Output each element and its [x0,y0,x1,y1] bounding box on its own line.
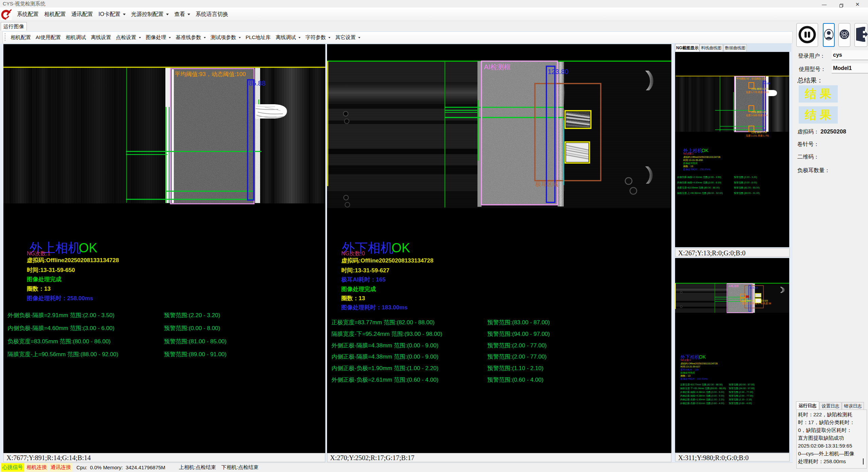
dropdown-arrow-icon [239,37,241,38]
preview-tab-ng[interactable]: NG截图显示 [675,44,700,52]
info-line: 图像处理耗时：258.00ms [27,295,93,302]
tool-item-offline-setting[interactable]: 离线设置 [88,34,113,41]
log-tabs: 运行日志 设置日志 错误日志 [796,401,867,410]
ng-count-mini: NG次数:0 [681,359,691,362]
toolbar-grip-icon[interactable] [5,33,5,42]
exit-icon [855,23,868,45]
pause-button[interactable] [796,23,818,47]
menu-bar: 系统配置 相机配置 通讯配置 IO卡配置 光源控制配置 查看 系统语言切换 [0,7,868,21]
menu-item-system-config[interactable]: 系统配置 [14,11,41,18]
info-line: 图像处理完成 [27,276,61,283]
tab-row: 运行图像 [0,21,868,31]
camera-result: OK [79,241,97,255]
tool-item-char-params[interactable]: 字符参数 [303,34,333,41]
info-line: 图像处理耗时：183.00ms [341,304,408,311]
preview-tab-data[interactable]: 数据曲线图 [724,44,747,52]
lower-camera-status: 下相机:点检结束 [221,464,258,471]
measurement-warn: 预警范围:(81.00 - 85.00) [164,338,227,345]
info-line-mini: 虚拟码:Offline20250208133134728 [683,156,720,159]
log-tab-run[interactable]: 运行日志 [796,401,819,410]
measurement-text: 隔膜宽度-下=95.24mm 范围:(93.00 - 98.00) [331,331,442,337]
defect-label: 凸包 面积:0.95 宽度:0.83 [742,299,768,302]
tool-item-camera-config[interactable]: 相机配置 [8,34,33,41]
measurement-warn: 预警范围:(2.20 - 3.20) [164,312,220,319]
camera-view-lower[interactable]: AI检测框 123.80 极耳区域 外下相机 OK NG次数:0 虚拟码:Off… [327,44,671,453]
info-line: 虚拟码:Offline20250208133134728 [26,257,119,264]
reel-number-row: 卷针号： [797,141,820,148]
measurement-text: 负极宽度=83.05mm 范围:(80.00 - 86.00) [7,338,111,345]
log-line: 时：17，缺陷分类耗时： [798,418,867,426]
preview-tab-lines[interactable]: 料线曲线图 [700,44,723,52]
exit-button[interactable] [854,23,867,47]
measurement-warn-mini: 预警范围:(94.00 - 97.00) [729,387,755,390]
defect-label: 宽度:1.221 高度:1.751 [746,134,769,137]
qr-code-label: 二维码： [797,154,819,160]
measurement-warn: 预警范围:(89.00 - 91.00) [164,351,227,358]
measurement-text-mini: 正极宽度=83.77mm 范围:(82.00 - 88.00) [680,383,723,386]
measurement-warn: 预警范围:(94.00 - 97.00) [487,331,550,337]
log-line: 处理耗时：258.00ms [798,457,867,465]
anode-region-noise [171,69,253,203]
text-caret [863,458,864,465]
menu-item-language-switch[interactable]: 系统语言切换 [193,11,231,18]
menu-item-view[interactable]: 查看 [171,11,193,18]
anode-region-noise [735,76,765,132]
menu-item-camera-config[interactable]: 相机配置 [41,11,69,18]
tool-item-ai-config[interactable]: AI使用配置 [33,34,63,41]
log-tab-settings[interactable]: 设置日志 [819,402,842,410]
tool-item-other-settings[interactable]: 其它设置 [333,34,363,41]
preview-ng-lower[interactable]: 凸包 面积:0.95 宽度:0.83 宽度:1.02 高度:0.76 亮度:38… [675,258,790,453]
login-user-field[interactable]: cys [832,50,868,60]
camera-upper-image [3,68,325,203]
measurement-text-mini: 隔膜宽度-上=90.56mm 范围:(88.00 - 92.00) [677,192,723,195]
menu-item-comm-config[interactable]: 通讯配置 [69,11,96,18]
tool-item-test-params[interactable]: 测试项参数 [208,34,243,41]
defect-label: 宽度:1.775 高度:1.801 [746,91,769,94]
dropdown-arrow-icon [139,37,141,38]
menu-item-light-config[interactable]: 光源控制配置 [128,11,171,18]
ai-region-noise [728,284,753,313]
cpu-memory-text: Cpu: 0.0% Memory: 3424.41796875M [76,465,165,470]
users-button[interactable] [838,23,850,47]
app-window: CYS-视觉检测系统 — ✕ 系统配置 相机配置 通讯配置 IO卡配置 光源控制… [0,0,868,472]
ng-count-text: NG次数:0 [341,251,365,256]
tool-item-image-process[interactable]: 图像处理 [143,34,173,41]
measurement-text: 外侧正极-负极=2.61mm 范围:(0.60 - 4.00) [331,377,438,383]
defect-label: 凸包 面积:1.35 [752,131,767,134]
tool-item-baseline-params[interactable]: 基准线参数 [173,34,208,41]
measurement-warn-mini: 预警范围:(89.00 - 91.00) [734,192,760,195]
tool-item-spot-check[interactable]: 点检设置 [113,34,143,41]
info-line-mini: 图像处理完成 [681,371,695,374]
preview-upper-statusbar: X:267;Y:13;R:0;G:0;B:0 [675,248,790,257]
menu-item-io-config[interactable]: IO卡配置 [96,11,128,18]
info-line: 圈数：13 [341,295,365,302]
model-field[interactable]: Model1 [832,63,868,73]
measurement-warn: 预警范围:(0.00 - 8.00) [164,325,220,331]
ng-count-mini: NG次数:1 [683,152,693,155]
measurement-text: 外侧正极-隔膜=4.38mm 范围:(0.00 - 9.00) [331,342,438,349]
camera-view-upper[interactable]: 平均阈值:93，动态阈值:100 85.88 外上相机 OK NG次数:1 虚拟… [3,44,325,453]
measurement-warn-mini: 预警范围:(2.20 - 3.20) [734,176,757,179]
measurement-warn-mini: 预警范围:(2.00 - 77.00) [729,391,753,394]
measurement-text: 内侧负极-隔膜=4.60mm 范围:(3.00 - 6.00) [7,325,114,331]
tool-item-offline-debug[interactable]: 离线调试 [273,34,303,41]
measurement-text-mini: 负极宽度=83.05mm 范围:(80.00 - 86.00) [677,186,720,189]
user-button[interactable] [823,23,835,47]
ai-box-label-mini: AI检测框 [728,285,739,288]
info-line: 图像处理完成 [341,286,376,292]
defect-label: 凸包 面积:1.57 [752,111,767,113]
preview-upper-image [675,76,789,132]
dropdown-arrow-icon [204,37,206,38]
log-line: 2025:02:08-13:31:59:65 [798,442,867,450]
virtual-code-value: 20250208 [820,128,846,135]
tab-run-image[interactable]: 运行图像 [1,22,27,31]
tool-item-plc-library[interactable]: PLC地址库 [243,34,273,41]
tool-item-camera-debug[interactable]: 相机调试 [63,34,88,41]
preview-ng-upper[interactable]: 平均阈值:93，动态阈值:100 85.88 凸包 面积:1.226 宽度:1.… [675,52,790,248]
tab-area-label: 极耳区域 [535,181,558,187]
log-tab-error[interactable]: 错误日志 [842,402,864,410]
log-textbox[interactable]: 耗时：222，缺陷检测耗 时：17，缺陷分类耗时： 0，缺陷提取分区耗时： 直方… [796,410,867,469]
camera-lower-statusbar: X:270;Y:2502;R:17;G:17;B:17 [327,453,671,462]
virtual-code-label: 虚拟码： [797,129,819,134]
sidebar: 登录用户： cys 使用型号： Model1 总结果： 结果 结果 虚拟码：20… [793,21,868,472]
